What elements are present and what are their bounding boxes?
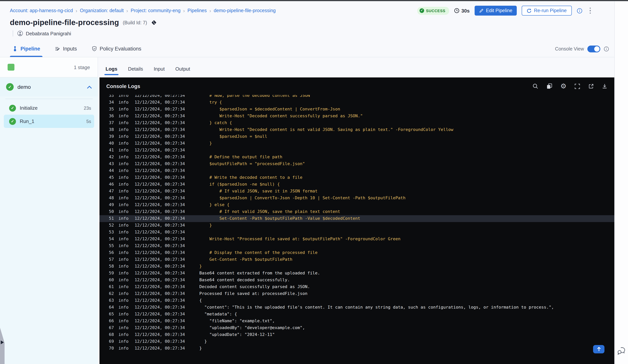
- log-message: $parsedJson = $decodedContent | ConvertF…: [199, 107, 340, 112]
- log-line[interactable]: 37info12/12/2024, 00:27:34 } catch {: [99, 120, 614, 126]
- status-check-icon: ✓: [420, 8, 424, 13]
- step-row-initialize[interactable]: ✓Initialize23s: [4, 101, 94, 115]
- log-line[interactable]: 46info12/12/2024, 00:27:34 if ($parsedJs…: [99, 181, 614, 188]
- log-line[interactable]: 52info12/12/2024, 00:27:34 }: [99, 222, 614, 229]
- log-line-number: 45: [106, 174, 114, 181]
- log-line-number: 42: [106, 154, 114, 160]
- log-timestamp: 12/12/2024, 00:27:34: [135, 114, 185, 118]
- log-line[interactable]: 48info12/12/2024, 00:27:34 $parsedJson |…: [99, 195, 614, 202]
- log-line[interactable]: 57info12/12/2024, 00:27:34 Get-Content -…: [99, 256, 614, 263]
- log-timestamp: 12/12/2024, 00:27:34: [135, 250, 185, 255]
- settings-icon[interactable]: ⚙: [560, 83, 566, 89]
- log-line[interactable]: 60info12/12/2024, 00:27:34Base64 content…: [99, 277, 614, 284]
- log-line[interactable]: 56info12/12/2024, 00:27:34 # Display the…: [99, 249, 614, 256]
- tab-pipeline[interactable]: Pipeline: [11, 46, 41, 57]
- edit-pipeline-button[interactable]: Edit Pipeline: [474, 6, 517, 15]
- refresh-icon: [527, 8, 532, 13]
- fullscreen-icon[interactable]: [574, 83, 580, 89]
- log-line[interactable]: 54info12/12/2024, 00:27:34 Write-Host "P…: [99, 236, 614, 242]
- pipeline-icon: [12, 46, 18, 52]
- log-line[interactable]: 44info12/12/2024, 00:27:34: [99, 167, 614, 174]
- log-line[interactable]: 41info12/12/2024, 00:27:34: [99, 147, 614, 154]
- log-line[interactable]: 42info12/12/2024, 00:27:34 # Define the …: [99, 154, 614, 160]
- log-timestamp: 12/12/2024, 00:27:34: [135, 339, 185, 344]
- rerun-pipeline-button[interactable]: Re-run Pipeline: [522, 6, 572, 15]
- log-level: info: [118, 318, 129, 323]
- log-line[interactable]: 65info12/12/2024, 00:27:34 "metadata": {: [99, 311, 614, 318]
- info-icon[interactable]: [577, 8, 582, 13]
- log-line[interactable]: 66info12/12/2024, 00:27:34 "fileName": "…: [99, 318, 614, 325]
- stage-row-demo[interactable]: ✓ demo: [0, 77, 98, 96]
- breadcrumb-link[interactable]: Project: community-eng: [131, 8, 180, 13]
- log-timestamp: 12/12/2024, 00:27:34: [135, 291, 185, 296]
- breadcrumb-link[interactable]: Pipelines: [188, 8, 207, 13]
- log-line[interactable]: 62info12/12/2024, 00:27:34Processed file…: [99, 290, 614, 297]
- log-message: }: [199, 141, 212, 146]
- log-line[interactable]: 59info12/12/2024, 00:27:34Base64 content…: [99, 270, 614, 277]
- log-line[interactable]: 58info12/12/2024, 00:27:34}: [99, 263, 614, 270]
- log-line[interactable]: 36info12/12/2024, 00:27:34 Write-Host "D…: [99, 113, 614, 120]
- step-success-check-icon: ✓: [9, 105, 16, 111]
- edit-pipeline-label: Edit Pipeline: [486, 8, 512, 13]
- log-line[interactable]: 49info12/12/2024, 00:27:34 } else {: [99, 202, 614, 208]
- log-tab-output[interactable]: Output: [175, 66, 190, 77]
- log-line[interactable]: 53info12/12/2024, 00:27:34: [99, 229, 614, 236]
- tab-inputs[interactable]: Inputs: [54, 46, 78, 57]
- log-line-number: 66: [106, 318, 114, 325]
- log-level: info: [118, 236, 129, 241]
- log-level: info: [118, 271, 129, 276]
- log-line[interactable]: 63info12/12/2024, 00:27:34{: [99, 297, 614, 304]
- log-line[interactable]: 45info12/12/2024, 00:27:34 # Write the d…: [99, 174, 614, 181]
- breadcrumb-link[interactable]: Account: app-harness-ng-cicd: [10, 8, 73, 13]
- log-line[interactable]: 39info12/12/2024, 00:27:34 $parsedJson =…: [99, 133, 614, 140]
- log-line[interactable]: 43info12/12/2024, 00:27:34 $outputFilePa…: [99, 160, 614, 167]
- log-level: info: [118, 107, 129, 112]
- search-icon[interactable]: [532, 83, 538, 89]
- console-view-info-icon[interactable]: [604, 46, 609, 52]
- log-line[interactable]: 47info12/12/2024, 00:27:34 # If valid JS…: [99, 188, 614, 195]
- log-tab-logs[interactable]: Logs: [106, 66, 117, 77]
- log-level: info: [118, 223, 129, 228]
- log-line[interactable]: 40info12/12/2024, 00:27:34 }: [99, 140, 614, 147]
- log-line[interactable]: 51info12/12/2024, 00:27:34 Set-Content -…: [99, 215, 614, 222]
- log-line[interactable]: 50info12/12/2024, 00:27:34 # If not vali…: [99, 208, 614, 215]
- log-line-number: 44: [106, 167, 114, 174]
- more-options-menu[interactable]: [587, 6, 593, 15]
- log-timestamp: 12/12/2024, 00:27:34: [135, 182, 185, 187]
- log-timestamp: 12/12/2024, 00:27:34: [135, 161, 185, 166]
- copy-icon[interactable]: [546, 83, 552, 89]
- log-line[interactable]: 38info12/12/2024, 00:27:34 Write-Host "D…: [99, 126, 614, 133]
- log-scroll-area[interactable]: 33info12/12/2024, 00:27:34 # Now, parse …: [99, 95, 614, 364]
- log-tab-input[interactable]: Input: [154, 66, 165, 77]
- log-line[interactable]: 68info12/12/2024, 00:27:34 "uploadDate":…: [99, 331, 614, 338]
- log-tab-details[interactable]: Details: [128, 66, 143, 77]
- step-row-run_1[interactable]: ✓Run_15s: [4, 115, 94, 128]
- support-chat-icon[interactable]: [617, 347, 626, 355]
- log-line[interactable]: 69info12/12/2024, 00:27:34 }: [99, 338, 614, 345]
- repo-diamond-icon[interactable]: [151, 19, 157, 26]
- open-in-new-icon[interactable]: [588, 83, 594, 89]
- log-line[interactable]: 55info12/12/2024, 00:27:34: [99, 242, 614, 249]
- log-message: # Display the content of the processed f…: [199, 250, 317, 255]
- breadcrumb-link[interactable]: demo-pipeline-file-processing: [214, 8, 276, 13]
- log-line[interactable]: 70info12/12/2024, 00:27:34}: [99, 345, 614, 352]
- log-level: info: [118, 257, 129, 262]
- breadcrumb-link[interactable]: Organization: default: [80, 8, 124, 13]
- scroll-to-top-button[interactable]: [593, 345, 605, 353]
- tab-policy-evaluations[interactable]: Policy Evaluations: [90, 46, 142, 57]
- log-line[interactable]: 35info12/12/2024, 00:27:34 $parsedJson =…: [99, 106, 614, 113]
- log-timestamp: 12/12/2024, 00:27:34: [135, 209, 185, 214]
- chevron-up-icon[interactable]: [87, 83, 92, 90]
- log-line-number: 61: [106, 284, 114, 290]
- log-line[interactable]: 64info12/12/2024, 00:27:34 "content": "T…: [99, 304, 614, 311]
- console-view-toggle[interactable]: [587, 46, 600, 52]
- log-line[interactable]: 67info12/12/2024, 00:27:34 "uploadedBy":…: [99, 325, 614, 331]
- log-line-number: 51: [106, 215, 114, 222]
- download-icon[interactable]: [602, 83, 608, 89]
- log-message: } else {: [199, 202, 230, 207]
- log-line[interactable]: 61info12/12/2024, 00:27:34Decoded conten…: [99, 284, 614, 290]
- log-line[interactable]: 33info12/12/2024, 00:27:34 # Now, parse …: [99, 95, 614, 99]
- log-line[interactable]: 34info12/12/2024, 00:27:34 try {: [99, 99, 614, 106]
- log-level: info: [118, 264, 129, 269]
- log-message: } catch {: [199, 120, 232, 125]
